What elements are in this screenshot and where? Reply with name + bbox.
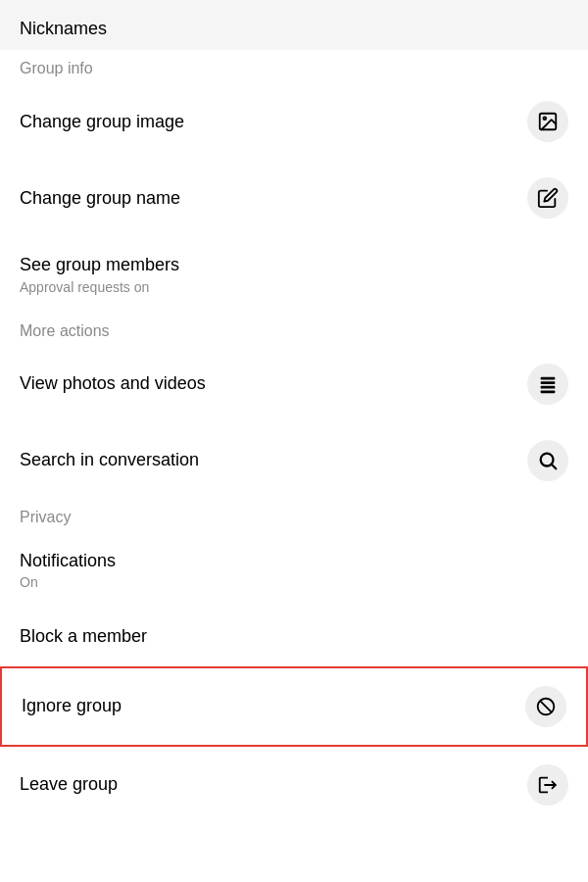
menu-item-see-group-members[interactable]: See group members Approval requests on xyxy=(0,236,588,312)
change-group-name-label: Change group name xyxy=(20,187,180,210)
svg-point-1 xyxy=(543,118,546,121)
nicknames-text: Nicknames xyxy=(20,18,107,40)
section-header-more-actions: More actions xyxy=(0,313,588,346)
section-header-group-info: Group info xyxy=(0,50,588,83)
ignore-icon xyxy=(535,696,557,717)
notifications-label: Notifications xyxy=(20,550,116,572)
menu-item-ignore-group[interactable]: Ignore group xyxy=(0,666,588,747)
section-header-privacy: Privacy xyxy=(0,499,588,532)
menu-item-block-member[interactable]: Block a member xyxy=(0,608,588,665)
nicknames-label: Nicknames xyxy=(20,18,107,40)
search-conversation-icon-circle xyxy=(527,440,568,481)
change-group-name-text: Change group name xyxy=(20,187,180,210)
ignore-group-icon-circle xyxy=(525,686,566,727)
see-group-members-text: See group members Approval requests on xyxy=(20,254,179,294)
menu-item-leave-group[interactable]: Leave group xyxy=(0,747,588,823)
search-conversation-label: Search in conversation xyxy=(20,449,199,471)
leave-group-label: Leave group xyxy=(20,773,118,796)
see-group-members-sublabel: Approval requests on xyxy=(20,279,179,295)
ignore-group-text: Ignore group xyxy=(22,695,122,717)
block-member-label: Block a member xyxy=(20,625,147,648)
svg-rect-5 xyxy=(541,390,556,393)
menu-item-search-conversation[interactable]: Search in conversation xyxy=(0,422,588,499)
svg-rect-4 xyxy=(541,386,556,389)
search-icon xyxy=(537,450,559,471)
change-group-image-text: Change group image xyxy=(20,111,184,133)
block-member-text: Block a member xyxy=(20,625,147,648)
svg-rect-3 xyxy=(541,381,556,384)
notifications-sublabel: On xyxy=(20,574,116,590)
notifications-text: Notifications On xyxy=(20,550,116,590)
menu-item-change-group-name[interactable]: Change group name xyxy=(0,160,588,236)
menu-item-nicknames[interactable]: Nicknames xyxy=(0,0,588,50)
leave-icon xyxy=(537,774,559,796)
ignore-group-label: Ignore group xyxy=(22,695,122,717)
menu-item-change-group-image[interactable]: Change group image xyxy=(0,83,588,160)
menu-item-notifications[interactable]: Notifications On xyxy=(0,532,588,608)
menu-item-view-photos[interactable]: View photos and videos xyxy=(0,346,588,422)
leave-group-icon-circle xyxy=(527,764,568,806)
svg-line-7 xyxy=(552,465,556,468)
stack-icon xyxy=(537,373,559,395)
view-photos-label: View photos and videos xyxy=(20,372,206,395)
change-group-image-label: Change group image xyxy=(20,111,184,133)
leave-group-text: Leave group xyxy=(20,773,118,796)
menu-list: Nicknames Group info Change group image … xyxy=(0,0,588,823)
image-icon xyxy=(537,111,559,132)
view-photos-text: View photos and videos xyxy=(20,372,206,395)
pencil-icon xyxy=(537,187,559,209)
view-photos-icon-circle xyxy=(527,364,568,405)
see-group-members-label: See group members xyxy=(20,254,179,276)
change-group-image-icon-circle xyxy=(527,101,568,142)
search-conversation-text: Search in conversation xyxy=(20,449,199,471)
change-group-name-icon-circle xyxy=(527,177,568,219)
svg-rect-2 xyxy=(541,376,556,379)
